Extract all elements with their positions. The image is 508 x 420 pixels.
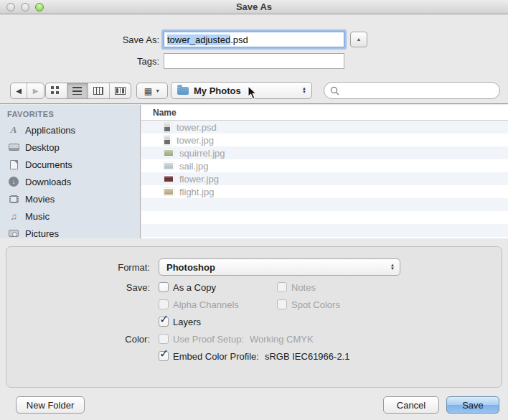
checkbox-as-a-copy[interactable]: As a Copy — [159, 282, 216, 293]
sidebar-item-movies[interactable]: Movies — [0, 190, 140, 207]
view-switcher — [45, 83, 131, 99]
expand-collapse-button[interactable]: ▲ — [350, 32, 367, 47]
sidebar-item-label: Documents — [25, 159, 72, 170]
checkbox-checked-icon: ✓ — [159, 351, 169, 361]
sidebar-item-documents[interactable]: Documents — [0, 156, 140, 173]
documents-icon — [10, 160, 18, 169]
save-label: Save — [462, 400, 484, 411]
filename-extension-text: .psd — [230, 34, 248, 45]
sidebar-item-label: Downloads — [25, 177, 71, 187]
coverflow-view-icon — [115, 87, 126, 95]
folder-icon — [177, 87, 189, 95]
applications-icon: A — [11, 124, 17, 136]
tags-input[interactable] — [164, 53, 344, 69]
favorites-header: FAVORITES — [7, 110, 140, 118]
checkbox-alpha-channels: Alpha Channels — [159, 299, 239, 310]
checkbox-layers[interactable]: ✓ Layers — [159, 317, 201, 327]
save-as-dialog: Save As Save As: tower_adjusted.psd ▲ Ta… — [0, 0, 508, 420]
save-section-label: Save: — [6, 282, 150, 293]
sidebar-item-label: Applications — [25, 125, 75, 136]
sidebar-item-music[interactable]: ♫ Music — [0, 207, 140, 225]
name-column-header[interactable]: Name — [141, 105, 508, 121]
file-row[interactable]: sail.jpg — [141, 159, 508, 172]
minimize-button-icon[interactable] — [21, 3, 29, 11]
forward-icon: ▶ — [33, 87, 39, 95]
file-thumbnail-icon — [164, 123, 171, 132]
sidebar-item-label: Music — [25, 211, 50, 222]
downloads-icon: ↓ — [9, 177, 19, 187]
title-bar[interactable]: Save As — [0, 0, 508, 14]
back-button[interactable]: ◀ — [11, 83, 27, 98]
movies-icon — [9, 195, 19, 203]
checkbox-label: Use Proof Setup: — [173, 334, 244, 345]
file-row[interactable]: flight.jpg — [141, 185, 508, 198]
file-thumbnail-icon — [164, 162, 174, 169]
window-title: Save As — [0, 0, 508, 14]
filename-input[interactable]: tower_adjusted.psd — [164, 32, 344, 47]
sidebar-item-label: Movies — [25, 194, 55, 205]
color-section-label: Color: — [6, 334, 150, 345]
checkbox-use-proof-setup: Use Proof Setup: Working CMYK — [159, 334, 314, 345]
format-popup[interactable]: Photoshop ▲▼ — [159, 258, 400, 276]
save-as-label: Save As: — [43, 34, 159, 45]
file-row[interactable]: flower.jpg — [141, 172, 508, 185]
file-thumbnail-icon — [164, 175, 174, 182]
cancel-label: Cancel — [397, 400, 425, 411]
new-folder-button[interactable]: New Folder — [16, 396, 85, 414]
column-view-button[interactable] — [88, 83, 110, 98]
format-label: Format: — [6, 262, 150, 273]
file-thumbnail-icon — [164, 149, 174, 157]
sidebar: FAVORITES A Applications Desktop Documen… — [0, 105, 141, 238]
checkbox-label: Spot Colors — [291, 299, 340, 310]
save-button[interactable]: Save — [446, 396, 499, 414]
cancel-button[interactable]: Cancel — [383, 396, 439, 414]
arrange-button[interactable]: ▦ ▼ — [137, 83, 167, 98]
pictures-icon — [9, 230, 19, 237]
checkbox-label: Layers — [173, 317, 201, 327]
name-column-label: Name — [153, 108, 177, 118]
file-name: tower.jpg — [177, 135, 214, 146]
search-icon — [330, 86, 339, 95]
zoom-button-icon[interactable] — [35, 3, 44, 11]
column-view-icon — [93, 87, 103, 95]
list-view-button[interactable] — [67, 83, 89, 98]
tags-label: Tags: — [43, 56, 159, 67]
sidebar-item-downloads[interactable]: ↓ Downloads — [0, 173, 140, 190]
nav-buttons: ◀ ▶ — [10, 83, 44, 99]
file-row[interactable]: tower.psd — [141, 121, 508, 134]
file-row[interactable]: tower.jpg — [141, 134, 508, 146]
sidebar-item-desktop[interactable]: Desktop — [0, 139, 140, 156]
location-popup-label: My Photos — [194, 85, 241, 96]
search-field[interactable] — [324, 82, 500, 99]
sidebar-item-label: Pictures — [25, 228, 59, 239]
arrange-grid-icon: ▦ — [144, 87, 152, 95]
sidebar-item-pictures[interactable]: Pictures — [0, 225, 140, 238]
checkbox-icon — [159, 299, 169, 309]
search-input[interactable] — [342, 84, 499, 97]
checkbox-icon — [159, 334, 169, 344]
desktop-icon — [9, 144, 19, 151]
popup-stepper-icon: ▲▼ — [302, 87, 306, 94]
checkbox-embed-color-profile[interactable]: ✓ Embed Color Profile: sRGB IEC61966-2.1 — [159, 351, 349, 362]
sidebar-item-label: Desktop — [25, 142, 60, 153]
location-popup[interactable]: My Photos ▲▼ — [171, 82, 312, 99]
file-thumbnail-icon — [164, 188, 174, 195]
checkbox-spot-colors: Spot Colors — [277, 299, 340, 310]
checkbox-icon — [159, 282, 169, 292]
sidebar-item-applications[interactable]: A Applications — [0, 121, 140, 139]
filename-selected-text: tower_adjusted — [167, 34, 230, 45]
save-options-panel: Format: Photoshop ▲▼ Save: As a Copy Not… — [6, 246, 502, 388]
coverflow-view-button[interactable] — [110, 83, 131, 98]
popup-stepper-icon: ▲▼ — [390, 263, 395, 271]
close-button-icon[interactable] — [6, 3, 15, 11]
back-icon: ◀ — [16, 87, 22, 95]
icon-view-button[interactable] — [46, 83, 67, 98]
file-row[interactable]: squirrel.jpg — [141, 146, 508, 159]
arrange-menu: ▦ ▼ — [136, 83, 168, 99]
checkbox-label: Notes — [291, 282, 316, 293]
file-list: Name tower.psd tower.jpg squirrel.jpg s — [141, 105, 508, 238]
list-view-icon — [72, 87, 82, 95]
checkbox-label: As a Copy — [173, 282, 216, 293]
checkbox-icon — [277, 299, 287, 309]
forward-button[interactable]: ▶ — [27, 83, 44, 98]
